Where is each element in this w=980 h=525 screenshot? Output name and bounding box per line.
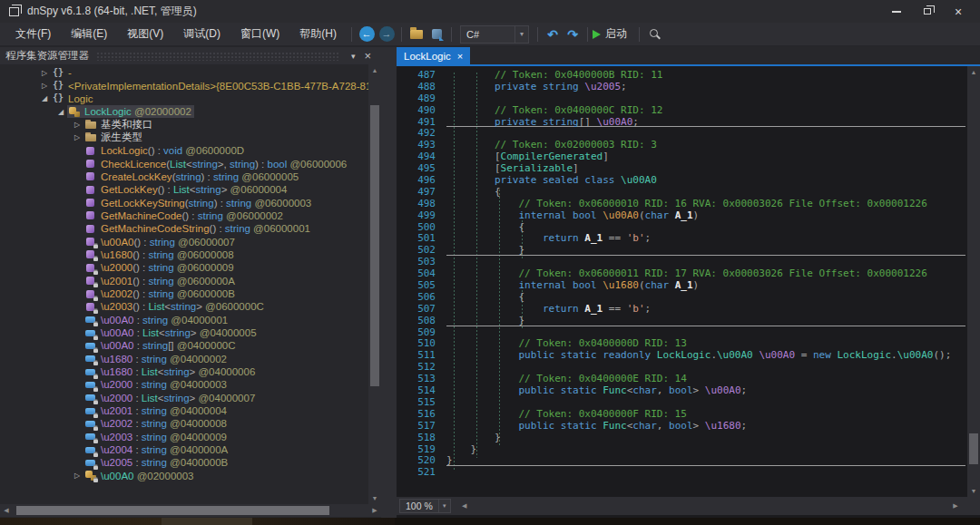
scroll-down-icon[interactable]: ▼ — [967, 485, 980, 497]
panel-close-icon[interactable]: × — [359, 49, 376, 63]
line-number: 507 — [397, 303, 436, 315]
tree-item[interactable]: ▷\u00A0 @02000003 — [0, 470, 368, 482]
menu-item[interactable]: 视图(V) — [117, 23, 173, 45]
expander-expanded-icon[interactable]: ◢ — [54, 108, 67, 116]
tree-item-label: GetMachineCode() : string @06000002 — [101, 210, 283, 221]
menu-item[interactable]: 帮助(H) — [289, 23, 347, 45]
zoom-combobox[interactable]: 100 % ▾ — [399, 499, 451, 513]
namespace-icon — [52, 67, 65, 79]
tree-vertical-scrollbar[interactable]: ▲ ▼ — [368, 64, 381, 504]
method-icon — [84, 301, 98, 313]
search-button[interactable] — [644, 25, 664, 44]
tree-item[interactable]: \u2000 : string @04000003 — [0, 378, 368, 391]
restore-button[interactable] — [918, 5, 936, 19]
chevron-down-icon[interactable]: ▾ — [514, 26, 528, 43]
line-number: 519 — [397, 443, 436, 455]
code-line: 514public static Func<char, bool> \u00A0… — [397, 384, 965, 396]
panel-menu-chevron-icon[interactable]: ▾ — [347, 52, 360, 61]
line-number: 503 — [397, 256, 436, 267]
menu-item[interactable]: 编辑(E) — [61, 23, 117, 45]
tree-hscroll-thumb[interactable] — [16, 506, 329, 515]
tree-item[interactable]: CreateLockKey(string) : string @06000005 — [0, 170, 368, 183]
scroll-right-icon[interactable]: ▶ — [949, 502, 962, 510]
tree-item[interactable]: ◢Logic — [0, 92, 368, 105]
code-horizontal-scrollbar[interactable]: ◀ ▶ — [458, 500, 962, 512]
expander-collapsed-icon[interactable]: ▷ — [38, 82, 51, 90]
tree-item[interactable]: \u2000() : string @06000009 — [0, 261, 368, 274]
tree-item[interactable]: \u00A0 : string[] @0400000C — [0, 339, 368, 352]
expander-collapsed-icon[interactable]: ▷ — [71, 133, 83, 141]
tree-item[interactable]: LockLogic() : void @0600000D — [0, 144, 368, 157]
tree-item[interactable]: \u2003() : List<string> @0600000C — [0, 300, 368, 313]
tree-item[interactable]: \u2001() : string @0600000A — [0, 275, 368, 287]
language-combobox[interactable]: C# ▾ — [460, 25, 529, 44]
scroll-up-icon[interactable]: ▲ — [368, 64, 381, 76]
field-icon — [84, 392, 98, 403]
tab-locklogic[interactable]: LockLogic × — [397, 47, 470, 64]
tree-item[interactable]: \u1680() : string @06000008 — [0, 248, 368, 261]
line-number: 495 — [397, 162, 436, 174]
scroll-right-icon[interactable]: ▶ — [368, 507, 381, 514]
expander-expanded-icon[interactable]: ◢ — [38, 94, 51, 102]
expander-collapsed-icon[interactable]: ▷ — [38, 69, 51, 77]
minimize-button[interactable] — [887, 5, 906, 19]
expander-collapsed-icon[interactable]: ▷ — [71, 472, 83, 480]
tree-item[interactable]: GetMachineCodeString() : string @0600000… — [0, 222, 368, 235]
tree-item[interactable]: \u2001 : string @04000004 — [0, 404, 368, 417]
line-number: 513 — [397, 373, 436, 384]
back-icon: ← — [359, 26, 375, 42]
dnspy-window: dnSpy v6.1.8 (64-bit, .NET, 管理员) × 文件(F)… — [0, 0, 980, 525]
navigate-back-button[interactable]: ← — [357, 25, 377, 44]
tree-item[interactable]: CheckLicence(List<string>, string) : boo… — [0, 157, 368, 170]
tree-item[interactable]: \u00A0() : string @06000007 — [0, 235, 368, 248]
scroll-left-icon[interactable]: ◀ — [458, 502, 471, 510]
menu-item[interactable]: 窗口(W) — [230, 23, 289, 45]
scroll-down-icon[interactable]: ▼ — [368, 492, 381, 504]
expander-collapsed-icon[interactable]: ▷ — [71, 121, 83, 129]
tree-item[interactable]: GetLockKeyString(string) : string @06000… — [0, 196, 368, 209]
tree-item[interactable]: \u2003 : string @04000009 — [0, 431, 368, 443]
panel-header-texture — [96, 52, 339, 61]
tree-item[interactable]: \u2000 : List<string> @04000007 — [0, 392, 368, 404]
navigate-forward-button[interactable]: → — [377, 25, 397, 44]
undo-button[interactable]: ↶ — [543, 25, 563, 44]
lock-badge-icon — [93, 349, 98, 353]
chevron-down-icon[interactable]: ▾ — [438, 500, 450, 512]
menu-bar-items: 文件(F)编辑(E)视图(V)调试(D)窗口(W)帮助(H) — [5, 23, 347, 45]
code-line: 500{ — [397, 221, 965, 233]
save-module-button[interactable] — [426, 25, 446, 44]
tree-item[interactable]: GetMachineCode() : string @06000002 — [0, 209, 368, 222]
redo-button[interactable]: ↷ — [563, 25, 583, 44]
tree-item[interactable]: GetLockKey() : List<string> @06000004 — [0, 183, 368, 196]
class-icon — [68, 106, 82, 118]
tree-item[interactable]: \u2002 : string @04000008 — [0, 417, 368, 430]
tree-item[interactable]: \u2002() : string @0600000B — [0, 287, 368, 300]
close-button[interactable]: × — [949, 5, 967, 19]
tree-item[interactable]: ▷基类和接口 — [0, 118, 368, 131]
scroll-left-icon[interactable]: ◀ — [0, 507, 13, 514]
tree-item[interactable]: \u2005 : string @0400000B — [0, 456, 368, 469]
tree-item-label: \u2001 : string @04000004 — [101, 405, 227, 416]
tree-item[interactable]: \u1680 : List<string> @04000006 — [0, 365, 368, 378]
tree-item[interactable]: \u2004 : string @0400000A — [0, 443, 368, 456]
panel-splitter[interactable] — [381, 47, 397, 518]
tree-item[interactable]: ◢LockLogic @02000002 — [0, 105, 368, 118]
start-debug-button[interactable]: 启动 — [593, 26, 634, 42]
open-file-button[interactable] — [407, 25, 426, 44]
tree-item[interactable]: \u1680 : string @04000002 — [0, 353, 368, 365]
scroll-up-icon[interactable]: ▲ — [967, 66, 980, 78]
tree-item[interactable]: \u00A0 : List<string> @04000005 — [0, 326, 368, 339]
tab-close-icon[interactable]: × — [457, 52, 463, 61]
tree-item[interactable]: \u00A0 : string @04000001 — [0, 314, 368, 326]
code-vscroll-thumb[interactable] — [969, 433, 978, 464]
menu-item[interactable]: 调试(D) — [173, 23, 230, 45]
tree-item[interactable]: ▷- — [0, 66, 368, 79]
tree-vscroll-thumb[interactable] — [370, 105, 379, 386]
field-icon — [84, 314, 98, 326]
tree-horizontal-scrollbar[interactable]: ◀ ▶ — [0, 504, 381, 517]
code-vertical-scrollbar[interactable]: ▲ ▼ — [967, 66, 980, 497]
menu-item[interactable]: 文件(F) — [5, 23, 61, 45]
code-line: 487// Token: 0x0400000B RID: 11 — [397, 69, 965, 81]
tree-item[interactable]: ▷<PrivateImplementationDetails>{8E00C53B… — [0, 79, 368, 92]
tree-item[interactable]: ▷派生类型 — [0, 131, 368, 144]
